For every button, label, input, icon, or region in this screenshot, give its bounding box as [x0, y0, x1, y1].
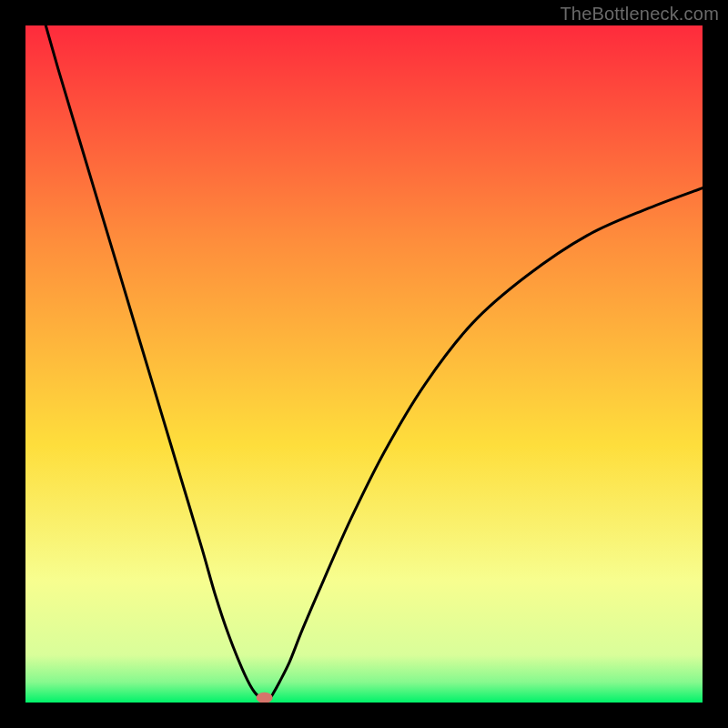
- gradient-background: [25, 25, 703, 703]
- watermark-text: TheBottleneck.com: [560, 4, 719, 25]
- plot-area: [25, 25, 703, 703]
- chart-svg: [25, 25, 703, 703]
- chart-container: TheBottleneck.com: [0, 0, 728, 728]
